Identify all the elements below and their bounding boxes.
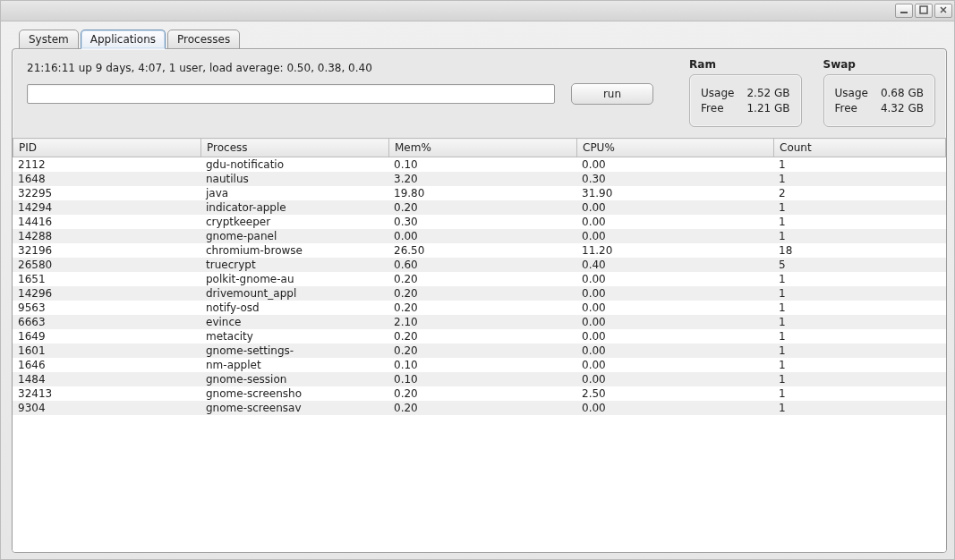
table-row[interactable]: 2112gdu-notificatio0.100.001 <box>13 157 946 172</box>
process-table-body: 2112gdu-notificatio0.100.0011648nautilus… <box>13 157 946 415</box>
cell-count: 1 <box>773 372 946 386</box>
cell-process: truecrypt <box>200 258 388 272</box>
table-row[interactable]: 1651polkit-gnome-au0.200.001 <box>13 272 946 286</box>
ram-box: Usage 2.52 GB Free 1.21 GB <box>689 74 801 127</box>
cell-pid: 1649 <box>13 329 200 344</box>
ram-card: Ram Usage 2.52 GB Free 1.21 GB <box>689 58 801 127</box>
col-header-count[interactable]: Count <box>774 139 946 157</box>
cell-pid: 2112 <box>13 157 200 172</box>
table-row[interactable]: 32196chromium-browse26.5011.2018 <box>13 243 946 258</box>
cell-pid: 1648 <box>13 172 200 186</box>
table-body-scroll[interactable]: 2112gdu-notificatio0.100.0011648nautilus… <box>13 157 946 552</box>
cell-pid: 14296 <box>13 286 200 301</box>
cell-cpu: 0.00 <box>576 157 773 172</box>
minimize-button[interactable] <box>895 4 913 18</box>
cell-cpu: 0.00 <box>576 215 773 229</box>
cell-pid: 1651 <box>13 272 200 286</box>
cell-count: 1 <box>773 200 946 215</box>
table-row[interactable]: 1484gnome-session0.100.001 <box>13 372 946 386</box>
cell-cpu: 0.00 <box>576 229 773 243</box>
cell-process: polkit-gnome-au <box>200 272 388 286</box>
cell-process: nm-applet <box>200 358 388 372</box>
cell-process: gdu-notificatio <box>200 157 388 172</box>
cell-pid: 1601 <box>13 344 200 358</box>
maximize-icon <box>919 5 928 16</box>
table-row[interactable]: 14288gnome-panel0.000.001 <box>13 229 946 243</box>
tab-system[interactable]: System <box>19 30 79 49</box>
swap-free-label: Free <box>835 102 857 115</box>
cell-process: nautilus <box>200 172 388 186</box>
table-row[interactable]: 1648nautilus3.200.301 <box>13 172 946 186</box>
cell-process: gnome-screensav <box>200 401 388 415</box>
table-row[interactable]: 32413gnome-screensho0.202.501 <box>13 386 946 401</box>
ram-free-value: 1.21 GB <box>746 102 789 115</box>
process-tbody: 2112gdu-notificatio0.100.0011648nautilus… <box>13 157 946 415</box>
svg-rect-0 <box>900 12 908 13</box>
cell-process: notify-osd <box>200 301 388 315</box>
cell-pid: 32413 <box>13 386 200 401</box>
cell-cpu: 0.00 <box>576 286 773 301</box>
maximize-button[interactable] <box>915 4 933 18</box>
cell-mem: 0.10 <box>388 358 576 372</box>
ram-label: Ram <box>689 58 801 71</box>
cell-cpu: 11.20 <box>576 243 773 258</box>
app-window: System Applications Processes 21:16:11 u… <box>0 0 955 560</box>
table-row[interactable]: 14296drivemount_appl0.200.001 <box>13 286 946 301</box>
minimize-icon <box>900 5 908 16</box>
table-row[interactable]: 9563notify-osd0.200.001 <box>13 301 946 315</box>
cell-count: 1 <box>773 329 946 344</box>
tab-processes[interactable]: Processes <box>167 30 240 49</box>
table-row[interactable]: 6663evince2.100.001 <box>13 315 946 329</box>
cell-process: gnome-screensho <box>200 386 388 401</box>
col-header-cpu[interactable]: CPU% <box>577 139 774 157</box>
col-header-process[interactable]: Process <box>201 139 389 157</box>
info-cards: Ram Usage 2.52 GB Free 1.21 GB <box>689 58 935 127</box>
cell-process: gnome-session <box>200 372 388 386</box>
cell-mem: 0.20 <box>388 329 576 344</box>
table-row[interactable]: 26580truecrypt0.600.405 <box>13 258 946 272</box>
cell-cpu: 0.30 <box>576 172 773 186</box>
table-row[interactable]: 9304gnome-screensav0.200.001 <box>13 401 946 415</box>
table-row[interactable]: 1646nm-applet0.100.001 <box>13 358 946 372</box>
swap-free-value: 4.32 GB <box>881 102 924 115</box>
cell-count: 1 <box>773 358 946 372</box>
table-row[interactable]: 14294indicator-apple0.200.001 <box>13 200 946 215</box>
cell-count: 1 <box>773 386 946 401</box>
cell-count: 5 <box>773 258 946 272</box>
cell-count: 1 <box>773 401 946 415</box>
cell-process: metacity <box>200 329 388 344</box>
cell-cpu: 0.00 <box>576 272 773 286</box>
titlebar <box>1 1 954 21</box>
cell-count: 1 <box>773 301 946 315</box>
tab-applications[interactable]: Applications <box>81 30 166 49</box>
col-header-pid[interactable]: PID <box>13 139 201 157</box>
cell-mem: 0.20 <box>388 401 576 415</box>
cell-pid: 9563 <box>13 301 200 315</box>
swap-label: Swap <box>823 58 935 71</box>
run-button[interactable]: run <box>571 83 653 105</box>
table-row[interactable]: 1649metacity0.200.001 <box>13 329 946 344</box>
command-input[interactable] <box>27 84 555 104</box>
col-header-mem[interactable]: Mem% <box>389 139 577 157</box>
table-row[interactable]: 1601gnome-settings-0.200.001 <box>13 344 946 358</box>
cell-pid: 26580 <box>13 258 200 272</box>
left-block: 21:16:11 up 9 days, 4:07, 1 user, load a… <box>27 62 677 105</box>
uptime-status: 21:16:11 up 9 days, 4:07, 1 user, load a… <box>27 62 677 74</box>
cell-pid: 1646 <box>13 358 200 372</box>
cell-count: 18 <box>773 243 946 258</box>
swap-usage-label: Usage <box>835 87 868 99</box>
cell-process: drivemount_appl <box>200 286 388 301</box>
table-row[interactable]: 14416cryptkeeper0.300.001 <box>13 215 946 229</box>
top-row: 21:16:11 up 9 days, 4:07, 1 user, load a… <box>13 49 946 134</box>
cell-process: evince <box>200 315 388 329</box>
tab-bar: System Applications Processes <box>19 27 947 48</box>
cell-mem: 0.20 <box>388 386 576 401</box>
close-button[interactable] <box>934 4 952 18</box>
cell-cpu: 0.00 <box>576 315 773 329</box>
swap-card: Swap Usage 0.68 GB Free 4.32 GB <box>823 58 935 127</box>
cell-mem: 0.20 <box>388 301 576 315</box>
table-row[interactable]: 32295java19.8031.902 <box>13 186 946 200</box>
cell-cpu: 2.50 <box>576 386 773 401</box>
cell-cpu: 0.00 <box>576 358 773 372</box>
content-area: System Applications Processes 21:16:11 u… <box>1 21 954 560</box>
